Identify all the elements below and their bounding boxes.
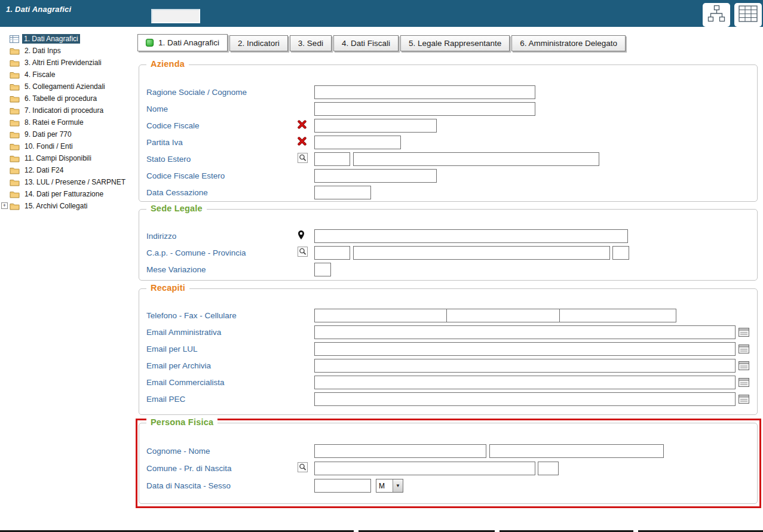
comune-input[interactable] — [353, 246, 610, 260]
tree-item-dati-fatturazione[interactable]: 14. Dati per Fatturazione — [0, 188, 136, 200]
folder-icon — [10, 95, 20, 103]
codice-fiscale-estero-input[interactable] — [314, 169, 437, 183]
field-codice-fiscale-estero: Codice Fiscale Estero — [139, 167, 757, 184]
folder-icon — [10, 167, 20, 174]
field-data-cessazione: Data Cessazione — [139, 184, 757, 201]
tree-item-indicatori[interactable]: 7. Indicatori di procedura — [0, 104, 136, 116]
tab-sedi[interactable]: 3. Sedi — [290, 35, 332, 51]
email-compose-icon[interactable] — [739, 378, 749, 387]
mese-variazione-input[interactable] — [314, 263, 331, 276]
email-compose-icon[interactable] — [739, 361, 749, 370]
codice-fiscale-input[interactable] — [314, 119, 437, 133]
field-email-amministrativa: Email Amministrativa — [139, 324, 757, 340]
cellulare-input[interactable] — [559, 309, 676, 322]
field-email-per-lul: Email per LUL — [139, 340, 757, 357]
email-per-lul-input[interactable] — [314, 342, 736, 356]
fax-input[interactable] — [446, 309, 560, 322]
tab-legale-rappresentante[interactable]: 5. Legale Rappresentante — [400, 35, 510, 51]
field-cognome-nome: Cognome - Nome — [139, 442, 757, 460]
folder-icon — [10, 59, 20, 67]
pf-comune-nascita-input[interactable] — [314, 462, 535, 475]
red-x-icon — [298, 137, 307, 148]
folder-icon — [10, 179, 20, 186]
field-stato-estero: Stato Estero — [139, 150, 757, 167]
location-pin-icon[interactable] — [298, 230, 305, 242]
tree-item-dati-inps[interactable]: 2. Dati Inps — [0, 45, 136, 57]
email-compose-icon[interactable] — [739, 345, 749, 353]
field-nome: Nome — [139, 100, 757, 117]
table-view-button[interactable] — [734, 3, 762, 27]
folder-icon — [10, 155, 20, 162]
email-pec-input[interactable] — [314, 392, 736, 406]
tree-expander-icon[interactable]: + — [1, 202, 8, 209]
email-per-archivia-input[interactable] — [314, 359, 736, 373]
search-icon[interactable] — [298, 247, 308, 259]
tree-item-altri-enti[interactable]: 3. Altri Enti Previdenziali — [0, 57, 136, 69]
section-persona-fisica: Persona Fisica Cognome - Nome Comune - P… — [139, 423, 758, 504]
tab-indicatori[interactable]: 2. Indicatori — [229, 35, 288, 51]
field-telefono-fax-cellulare: Telefono - Fax - Cellulare — [139, 307, 757, 324]
tree-item-campi-disponibili[interactable]: 11. Campi Disponibili — [0, 152, 136, 164]
field-email-commercialista: Email Commercialista — [139, 374, 757, 390]
ragione-sociale-input[interactable] — [314, 85, 535, 99]
email-amministrativa-input[interactable] — [314, 325, 736, 339]
telefono-input[interactable] — [314, 309, 447, 322]
folder-icon — [10, 71, 20, 79]
folder-icon — [10, 131, 20, 139]
email-commercialista-input[interactable] — [314, 376, 736, 389]
header-quick-input[interactable] — [151, 9, 200, 23]
tree-item-dati-f24[interactable]: 12. Dati F24 — [0, 164, 136, 176]
folder-icon — [10, 190, 20, 198]
tab-dati-anagrafici[interactable]: 1. Dati Anagrafici — [137, 34, 228, 51]
folder-icon — [10, 202, 20, 210]
table-icon — [739, 5, 758, 24]
tree-item-lul-presenze[interactable]: 13. LUL / Presenze / SARPNET — [0, 176, 136, 188]
field-comune-pr-nascita: Comune - Pr. di Nascita — [139, 460, 757, 477]
folder-icon — [10, 143, 20, 150]
cap-input[interactable] — [314, 246, 350, 260]
pf-sesso-select[interactable]: M ▼ — [376, 479, 403, 493]
tree-item-archivi-collegati[interactable]: + 15. Archivi Collegati — [0, 200, 136, 212]
pf-nome-input[interactable] — [489, 444, 664, 458]
red-x-icon — [298, 120, 307, 131]
form-icon — [10, 35, 19, 43]
stato-estero-code-input[interactable] — [314, 152, 350, 166]
hierarchy-view-button[interactable] — [703, 3, 730, 27]
section-recapiti: Recapiti Telefono - Fax - Cellulare Emai… — [139, 288, 758, 415]
pf-data-nascita-input[interactable] — [314, 479, 371, 493]
stato-estero-desc-input[interactable] — [353, 152, 599, 166]
sidebar: 1. Dati Anagrafici 2. Dati Inps 3. Altri… — [0, 27, 136, 530]
header-bar: 1. Dati Anagrafici — [0, 0, 763, 27]
nome-input[interactable] — [314, 102, 535, 116]
section-azienda: Azienda Ragione Sociale / Cognome Nome C… — [139, 64, 758, 202]
data-cessazione-input[interactable] — [314, 186, 371, 199]
email-compose-icon[interactable] — [739, 395, 749, 404]
tree-item-ratei[interactable]: 8. Ratei e Formule — [0, 116, 136, 128]
tree-item-collegamenti[interactable]: 5. Collegamenti Aziendali — [0, 81, 136, 93]
email-compose-icon[interactable] — [739, 328, 749, 337]
section-title: Azienda — [146, 59, 189, 69]
section-title: Recapiti — [146, 283, 189, 293]
field-email-per-archivia: Email per Archivia — [139, 357, 757, 374]
tree-item-fiscale[interactable]: 4. Fiscale — [0, 69, 136, 81]
search-icon[interactable] — [298, 153, 308, 165]
tab-bar: 1. Dati Anagrafici 2. Indicatori 3. Sedi… — [137, 34, 626, 51]
tree-item-dati-anagrafici[interactable]: 1. Dati Anagrafici — [0, 33, 136, 45]
pf-cognome-input[interactable] — [314, 444, 486, 458]
field-mese-variazione: Mese Variazione — [139, 261, 757, 278]
tree-item-tabelle[interactable]: 6. Tabelle di procedura — [0, 93, 136, 104]
field-partita-iva: Partita Iva — [139, 134, 757, 150]
tab-dati-fiscali[interactable]: 4. Dati Fiscali — [333, 35, 399, 51]
folder-icon — [10, 47, 20, 55]
folder-icon — [10, 83, 20, 91]
tree-item-label: 1. Dati Anagrafici — [22, 34, 80, 44]
pf-pr-nascita-input[interactable] — [538, 462, 559, 475]
tab-amministratore-delegato[interactable]: 6. Amministratore Delegato — [511, 35, 626, 51]
provincia-input[interactable] — [612, 246, 629, 260]
search-icon[interactable] — [298, 462, 308, 475]
tree-item-dati-770[interactable]: 9. Dati per 770 — [0, 128, 136, 140]
tree-item-fondi-enti[interactable]: 10. Fondi / Enti — [0, 140, 136, 152]
indirizzo-input[interactable] — [314, 229, 628, 243]
page-title: 1. Dati Anagrafici — [6, 5, 71, 14]
partita-iva-input[interactable] — [314, 136, 401, 149]
